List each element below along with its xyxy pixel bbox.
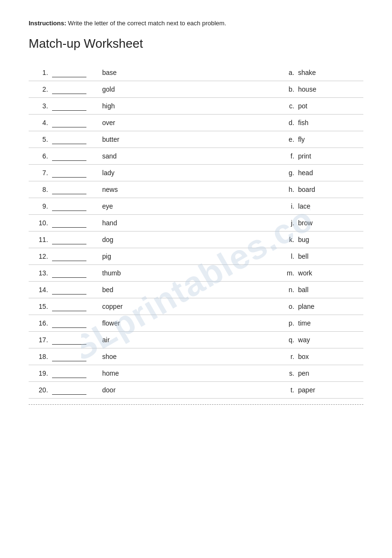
spacer-cell: [212, 181, 279, 198]
answer-blank[interactable]: [50, 148, 101, 165]
answer-cell: bell: [296, 248, 363, 265]
answer-cell: ball: [296, 282, 363, 298]
blank-line: [52, 271, 86, 278]
blank-line: [52, 288, 86, 295]
answer-cell: house: [296, 81, 363, 98]
table-row: 12. pig l. bell: [29, 248, 363, 265]
answer-blank[interactable]: [50, 131, 101, 148]
table-row: 11. dog k. bug: [29, 232, 363, 248]
word-cell: lady: [100, 165, 212, 181]
word-cell: home: [100, 365, 212, 382]
letter-cell: p.: [279, 315, 296, 332]
word-cell: sand: [100, 148, 212, 165]
table-row: 14. bed n. ball: [29, 282, 363, 298]
word-cell: over: [100, 115, 212, 131]
spacer-cell: [212, 98, 279, 115]
letter-cell: f.: [279, 148, 296, 165]
letter-cell: n.: [279, 282, 296, 298]
blank-line: [52, 121, 86, 127]
spacer-cell: [212, 315, 279, 332]
worksheet-table: 1. base a. shake 2. gold b. house 3. hig…: [29, 64, 363, 399]
answer-cell: pot: [296, 98, 363, 115]
page-title: Match-up Worksheet: [29, 36, 363, 51]
answer-blank[interactable]: [50, 115, 101, 131]
table-row: 10. hand j. brow: [29, 215, 363, 232]
spacer-cell: [212, 265, 279, 282]
spacer-cell: [212, 131, 279, 148]
row-number: 6.: [29, 148, 50, 165]
answer-cell: plane: [296, 298, 363, 315]
table-row: 3. high c. pot: [29, 98, 363, 115]
table-row: 20. door t. paper: [29, 382, 363, 399]
row-number: 17.: [29, 332, 50, 348]
answer-blank[interactable]: [50, 165, 101, 181]
letter-cell: i.: [279, 198, 296, 215]
answer-blank[interactable]: [50, 348, 101, 365]
answer-blank[interactable]: [50, 232, 101, 248]
table-row: 15. copper o. plane: [29, 298, 363, 315]
answer-blank[interactable]: [50, 365, 101, 382]
answer-cell: pen: [296, 365, 363, 382]
row-number: 1.: [29, 64, 50, 81]
row-number: 18.: [29, 348, 50, 365]
letter-cell: s.: [279, 365, 296, 382]
answer-blank[interactable]: [50, 265, 101, 282]
blank-line: [52, 321, 86, 328]
answer-cell: time: [296, 315, 363, 332]
word-cell: pig: [100, 248, 212, 265]
letter-cell: c.: [279, 98, 296, 115]
row-number: 7.: [29, 165, 50, 181]
table-row: 1. base a. shake: [29, 64, 363, 81]
blank-line: [52, 238, 86, 244]
row-number: 20.: [29, 382, 50, 399]
table-row: 18. shoe r. box: [29, 348, 363, 365]
table-row: 17. air q. way: [29, 332, 363, 348]
blank-line: [52, 338, 86, 345]
answer-cell: board: [296, 181, 363, 198]
spacer-cell: [212, 148, 279, 165]
answer-blank[interactable]: [50, 198, 101, 215]
answer-cell: paper: [296, 382, 363, 399]
row-number: 5.: [29, 131, 50, 148]
answer-cell: head: [296, 165, 363, 181]
spacer-cell: [212, 115, 279, 131]
table-row: 13. thumb m. work: [29, 265, 363, 282]
answer-blank[interactable]: [50, 248, 101, 265]
answer-blank[interactable]: [50, 64, 101, 81]
answer-blank[interactable]: [50, 181, 101, 198]
word-cell: thumb: [100, 265, 212, 282]
letter-cell: e.: [279, 131, 296, 148]
blank-line: [52, 87, 86, 94]
answer-blank[interactable]: [50, 282, 101, 298]
answer-blank[interactable]: [50, 332, 101, 348]
answer-blank[interactable]: [50, 215, 101, 232]
row-number: 12.: [29, 248, 50, 265]
word-cell: bed: [100, 282, 212, 298]
blank-line: [52, 104, 86, 111]
blank-line: [52, 171, 86, 178]
letter-cell: a.: [279, 64, 296, 81]
table-row: 5. butter e. fly: [29, 131, 363, 148]
row-number: 8.: [29, 181, 50, 198]
word-cell: news: [100, 181, 212, 198]
answer-blank[interactable]: [50, 298, 101, 315]
blank-line: [52, 188, 86, 194]
blank-line: [52, 305, 86, 311]
letter-cell: d.: [279, 115, 296, 131]
spacer-cell: [212, 64, 279, 81]
answer-blank[interactable]: [50, 81, 101, 98]
row-number: 16.: [29, 315, 50, 332]
word-cell: flower: [100, 315, 212, 332]
spacer-cell: [212, 165, 279, 181]
letter-cell: t.: [279, 382, 296, 399]
word-cell: gold: [100, 81, 212, 98]
answer-blank[interactable]: [50, 315, 101, 332]
answer-blank[interactable]: [50, 382, 101, 399]
answer-cell: bug: [296, 232, 363, 248]
spacer-cell: [212, 348, 279, 365]
table-row: 2. gold b. house: [29, 81, 363, 98]
word-cell: door: [100, 382, 212, 399]
answer-blank[interactable]: [50, 98, 101, 115]
table-row: 6. sand f. print: [29, 148, 363, 165]
spacer-cell: [212, 81, 279, 98]
